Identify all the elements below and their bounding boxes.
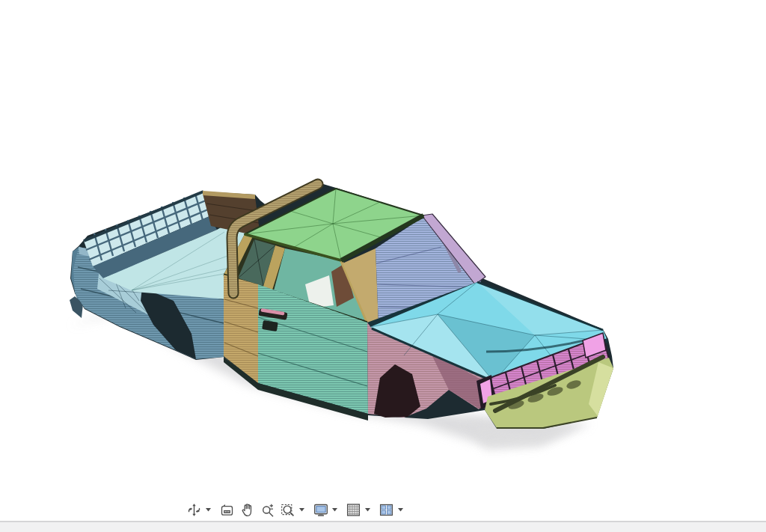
grid-and-snaps-tool-button[interactable] — [344, 500, 363, 520]
truck-body-model[interactable] — [70, 182, 613, 429]
orbit-dropdown-caret[interactable] — [204, 500, 212, 520]
status-bar — [0, 521, 766, 532]
zoom-icon — [260, 502, 276, 518]
scene-canvas[interactable] — [0, 0, 766, 532]
display-settings-tool-button[interactable] — [311, 500, 330, 520]
viewports-tool-button[interactable] — [377, 500, 396, 520]
orbit-icon — [186, 502, 202, 518]
pan-icon — [239, 502, 255, 518]
orbit-tool-button[interactable] — [185, 500, 203, 520]
zoom-tool-button[interactable] — [258, 500, 277, 520]
viewports-icon — [379, 502, 394, 518]
display-settings-icon — [313, 502, 329, 518]
grid-icon — [346, 502, 361, 518]
display-settings-dropdown-caret[interactable] — [331, 500, 338, 520]
grid-and-snaps-dropdown-caret[interactable] — [364, 500, 371, 520]
look-at-icon — [219, 502, 235, 518]
fit-dropdown-caret[interactable] — [298, 500, 305, 520]
fit-icon — [280, 502, 296, 518]
look-at-tool-button[interactable] — [218, 500, 236, 520]
navigation-toolbar — [184, 499, 406, 521]
viewports-dropdown-caret[interactable] — [396, 500, 404, 520]
pan-tool-button[interactable] — [238, 500, 257, 520]
fit-tool-button[interactable] — [278, 500, 297, 520]
model-viewport[interactable] — [0, 0, 766, 532]
